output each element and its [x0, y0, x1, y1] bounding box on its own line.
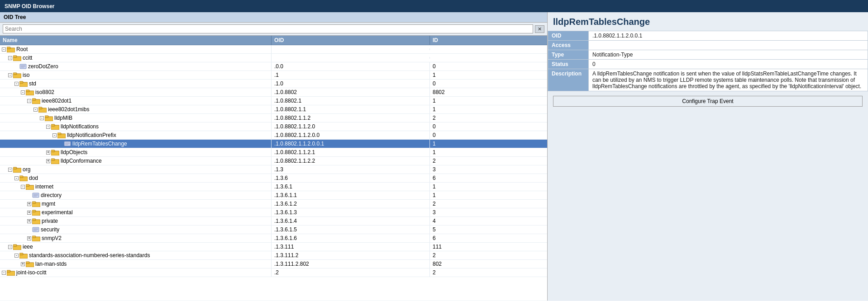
tree-row[interactable]: - ieee.1.3.111111 [0, 243, 547, 251]
expand-icon[interactable]: - [27, 99, 31, 103]
row-name: - lldpNotifications [0, 122, 272, 131]
expand-icon[interactable]: - [40, 116, 44, 120]
row-name: + lldpConformance [0, 157, 272, 165]
expand-icon[interactable]: - [8, 73, 12, 77]
expand-icon[interactable]: + [46, 159, 50, 163]
folder-icon [13, 72, 21, 78]
expand-icon[interactable]: - [2, 47, 6, 52]
node-label: lldpObjects [61, 149, 87, 155]
node-label: standards-association-numbered-series-st… [29, 252, 150, 259]
folder-icon [26, 184, 34, 190]
row-oid: .1.0.8802.1.1.2.0 [272, 122, 430, 131]
folder-icon [32, 98, 40, 104]
tree-row[interactable]: - ccitt [0, 54, 547, 62]
tree-row[interactable]: lldpRemTablesChange.1.0.8802.1.1.2.0.0.1… [0, 140, 547, 148]
svg-rect-1 [7, 47, 10, 49]
tree-row[interactable]: security.1.3.6.1.55 [0, 226, 547, 234]
row-id [430, 48, 520, 50]
node-label: ieee802dot1mibs [48, 106, 89, 113]
tree-row[interactable]: + mgmt.1.3.6.1.22 [0, 200, 547, 208]
folder-icon [7, 47, 15, 52]
expand-icon[interactable]: - [46, 125, 50, 129]
row-oid: .1.3.6 [272, 174, 430, 182]
expand-icon[interactable]: + [27, 202, 31, 206]
expand-icon[interactable]: + [21, 262, 25, 266]
tree-row[interactable]: - joint-iso-ccitt.22 [0, 268, 547, 277]
detail-table: OID.1.0.8802.1.1.2.0.0.1AccessTypeNotifi… [548, 31, 868, 91]
row-id: 8802 [430, 88, 520, 96]
svg-rect-23 [57, 133, 61, 135]
configure-trap-button[interactable]: Configure Trap Event [553, 96, 863, 107]
tree-row[interactable]: - lldpMIB.1.0.8802.1.1.22 [0, 114, 547, 122]
row-oid: .1.3.6.1.4 [272, 217, 430, 225]
row-name: - joint-iso-ccitt [0, 268, 272, 277]
row-name: - iso8802 [0, 88, 272, 96]
expand-icon[interactable]: - [8, 56, 12, 60]
row-oid: .1.0.8802.1.1.2.1 [272, 148, 430, 156]
folder-icon [38, 107, 47, 113]
tree-row[interactable]: - iso8802.1.0.88028802 [0, 88, 547, 97]
row-id: 3 [430, 165, 520, 174]
tree-row[interactable]: - std.1.00 [0, 80, 547, 88]
svg-rect-53 [32, 236, 36, 238]
expand-icon[interactable]: - [52, 133, 57, 137]
tree-row[interactable]: - Root [0, 45, 547, 54]
row-oid: .1.3.6.1.1 [272, 191, 430, 199]
folder-icon [45, 115, 53, 121]
expand-icon[interactable]: + [27, 219, 31, 223]
row-oid: .1.3.111 [272, 243, 430, 251]
expand-icon[interactable]: + [46, 150, 50, 155]
node-label: iso [23, 72, 29, 78]
tree-row[interactable]: + lldpConformance.1.0.8802.1.1.2.22 [0, 157, 547, 165]
row-oid: .1.3.111.2 [272, 251, 430, 259]
row-id: 0 [430, 122, 520, 131]
tree-row[interactable]: + lldpObjects.1.0.8802.1.1.2.11 [0, 148, 547, 157]
folder-icon [32, 210, 40, 216]
expand-icon[interactable]: - [33, 108, 38, 112]
row-name: zeroDotZero [0, 62, 272, 71]
row-id: 0 [430, 80, 520, 88]
tree-content[interactable]: - Root- ccitt zeroDotZero.0.00- iso.11- … [0, 45, 547, 301]
svg-rect-19 [45, 116, 48, 118]
expand-icon[interactable]: + [27, 236, 31, 240]
expand-icon[interactable]: - [14, 176, 19, 180]
detail-label: OID [548, 31, 589, 41]
expand-icon[interactable]: - [21, 185, 25, 189]
expand-icon[interactable]: - [14, 254, 19, 258]
expand-icon[interactable]: - [8, 245, 12, 249]
tree-row[interactable]: - dod.1.3.66 [0, 174, 547, 183]
row-name: - ieee [0, 243, 272, 251]
tree-row[interactable]: + lan-man-stds.1.3.111.2.802802 [0, 260, 547, 268]
row-id: 1 [430, 97, 520, 105]
node-label: security [41, 226, 59, 233]
tree-row[interactable]: - iso.11 [0, 71, 547, 80]
tree-row[interactable]: - org.1.33 [0, 165, 547, 174]
row-id: 0 [430, 131, 520, 139]
search-input[interactable] [3, 24, 533, 33]
expand-icon[interactable]: - [8, 168, 12, 172]
tree-row[interactable]: + private.1.3.6.1.44 [0, 217, 547, 226]
row-oid: .1.0.8802.1 [272, 97, 430, 105]
tree-row[interactable]: - lldpNotificationPrefix.1.0.8802.1.1.2.… [0, 131, 547, 140]
tree-row[interactable]: - internet.1.3.6.11 [0, 183, 547, 191]
node-label: lan-man-stds [35, 261, 67, 267]
tree-row[interactable]: - standards-association-numbered-series-… [0, 251, 547, 260]
expand-icon[interactable]: - [21, 90, 25, 94]
expand-icon[interactable]: - [14, 82, 19, 86]
search-clear-button[interactable]: ✕ [535, 25, 544, 33]
tree-row[interactable]: - ieee802dot1mibs.1.0.8802.1.11 [0, 105, 547, 114]
tree-row[interactable]: directory.1.3.6.1.11 [0, 191, 547, 200]
svg-rect-59 [26, 262, 29, 263]
tree-row[interactable]: + experimental.1.3.6.1.33 [0, 208, 547, 217]
tree-row[interactable]: + snmpV2.1.3.6.1.66 [0, 234, 547, 243]
expand-icon[interactable]: - [2, 271, 6, 275]
tree-row[interactable]: - lldpNotifications.1.0.8802.1.1.2.00 [0, 122, 547, 131]
tree-row[interactable]: - ieee802dot1.1.0.8802.11 [0, 97, 547, 105]
node-label: mgmt [42, 201, 55, 207]
detail-value: 0 [589, 60, 868, 69]
tree-row[interactable]: zeroDotZero.0.00 [0, 62, 547, 71]
row-id: 6 [430, 234, 520, 242]
expand-icon[interactable]: + [27, 211, 31, 215]
node-label: directory [41, 192, 62, 198]
svg-rect-47 [32, 219, 36, 221]
